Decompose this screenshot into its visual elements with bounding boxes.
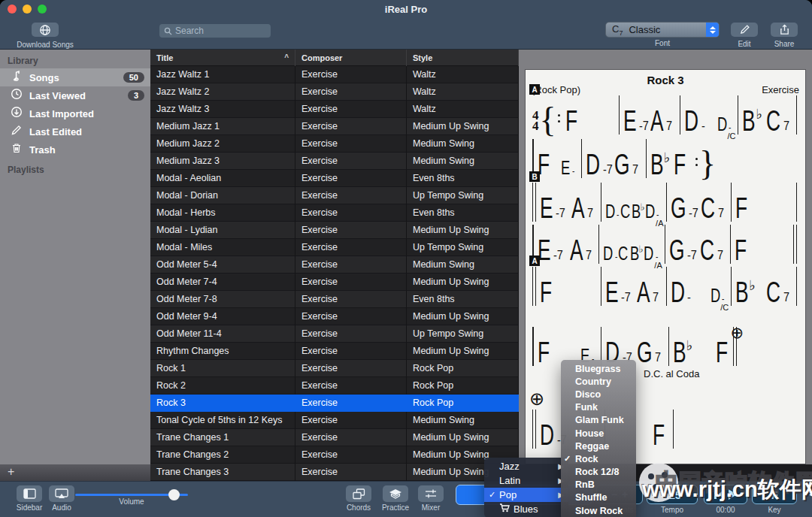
table-row[interactable]: Jazz Waltz 1ExerciseWaltz [150,66,519,83]
style-menu-item-label: Bluegrass [575,364,620,374]
chords-icon [353,488,365,500]
rewind-button[interactable] [714,490,724,499]
volume-slider[interactable] [75,494,188,496]
table-row[interactable]: Rock 3ExerciseRock Pop [150,395,519,412]
cell-title: Trane Changes 2 [150,446,295,464]
style-menu-item-house[interactable]: House [561,427,636,440]
download-songs-button[interactable] [32,23,59,37]
sidebar-item-last-viewed[interactable]: Last Viewed3 [0,86,150,104]
chord-symbol: F [735,199,750,219]
table-row[interactable]: Modal - HerbsExerciseEven 8ths [150,204,519,222]
library-header: Library [0,50,150,68]
cell-title: Medium Jazz 3 [150,153,295,170]
search-input[interactable]: Search [159,24,271,38]
cell-style: Medium Swing [407,256,519,274]
table-row[interactable]: Odd Meter 11-4ExerciseUp Tempo Swing [150,325,519,343]
genre-menu-item-jazz[interactable]: Jazz▶ [484,459,568,473]
style-menu-item-label: House [575,428,604,439]
genre-menu-item-pop[interactable]: ✓Pop▶ [484,488,568,502]
genre-menu-item-label: Blues [514,503,564,515]
genre-menu-item-latin[interactable]: Latin▶ [484,473,568,488]
table-row[interactable]: Jazz Waltz 2ExerciseWaltz [150,83,519,101]
key-button[interactable]: F [752,485,797,504]
style-menu-item-rock-12-8[interactable]: Rock 12/8 [561,466,636,479]
practice-button[interactable] [383,485,408,502]
sidebar-item-label: Trash [29,144,144,156]
chord-symbol: B♭ [632,205,644,219]
play-button[interactable] [729,489,737,500]
table-row[interactable]: Trane Changes 3ExerciseMedium Up Swing [150,464,519,481]
table-row[interactable]: Odd Meter 7-4ExerciseMedium Up Swing [150,274,519,291]
chord-symbol: B♭ [742,112,762,132]
table-row[interactable]: Medium Jazz 1ExerciseMedium Up Swing [150,118,519,135]
tempo-stepper[interactable]: − 115 + [647,485,698,504]
table-row[interactable]: Rock 1ExerciseRock Pop [150,360,519,377]
style-menu-item-country[interactable]: Country [561,375,636,388]
share-button[interactable] [771,23,798,37]
style-menu-item-slow-rock[interactable]: Slow Rock [561,504,636,517]
tempo-minus-button[interactable]: − [653,488,659,500]
sort-caret-icon: ^ [284,50,289,66]
pencil-icon [739,24,750,35]
table-row[interactable]: Odd Meter 9-4ExerciseMedium Up Swing [150,308,519,325]
measure: B♭F [647,139,694,178]
table-row[interactable]: Odd Meter 5-4ExerciseMedium Swing [150,256,519,274]
section-marker: A [529,84,540,95]
style-menu-item-label: Country [575,376,611,387]
genre-menu-item-blues[interactable]: Blues [484,502,568,516]
chords-button[interactable] [346,485,371,502]
column-header-title[interactable]: Title^ [150,50,295,66]
table-row[interactable]: Trane Changes 2ExerciseMedium Up Swing [150,446,519,464]
table-row[interactable]: Modal - DorianExerciseUp Tempo Swing [150,187,519,204]
table-row[interactable]: Rock 2ExerciseRock Pop [150,377,519,395]
sidebar-item-last-imported[interactable]: Last Imported [0,104,150,122]
style-menu-item-disco[interactable]: Disco [561,388,636,401]
table-row[interactable]: Trane Changes 1ExerciseMedium Up Swing [150,429,519,446]
cell-composer: Exercise [295,135,407,153]
cell-composer: Exercise [295,446,407,464]
chord-symbol: F [653,426,667,446]
stepper-arrows-icon[interactable] [706,22,719,38]
table-row[interactable]: Jazz Waltz 3ExerciseWaltz [150,101,519,118]
sidebar-toggle-button[interactable] [17,485,42,502]
chord-symbol: F [735,241,749,262]
table-row[interactable]: Medium Jazz 3ExerciseMedium Swing [150,153,519,170]
sidebar-item-trash[interactable]: Trash [0,141,150,159]
column-header-style[interactable]: Style [407,50,519,66]
sidebar-item-last-edited[interactable]: Last Edited [0,122,150,141]
table-row[interactable]: Rhythm ChangesExerciseMedium Up Swing [150,343,519,360]
transport-controls[interactable] [704,485,747,504]
style-menu-item-reggae[interactable]: Reggae [561,440,636,452]
style-menu-item-shuffle[interactable]: Shuffle [561,491,636,504]
table-row[interactable]: Modal - MilesExerciseUp Tempo Swing [150,239,519,256]
style-menu-item-glam-funk[interactable]: Glam Funk [561,414,636,427]
cell-title: Modal - Aeolian [150,170,295,187]
style-menu-item-bluegrass[interactable]: Bluegrass [561,362,636,375]
volume-slider-knob[interactable] [168,489,180,500]
table-row[interactable]: Modal - LydianExerciseMedium Up Swing [150,222,519,239]
style-menu-item-funk[interactable]: Funk [561,401,636,414]
font-select[interactable]: C7 Classic [605,22,720,38]
cell-style: Medium Up Swing [407,274,519,291]
chords-button-label: Chords [342,503,375,512]
table-row[interactable]: Medium Jazz 2ExerciseMedium Swing [150,135,519,153]
tempo-plus-button[interactable]: + [686,488,692,500]
count-badge: 3 [128,90,144,101]
add-playlist-button[interactable]: + [0,464,150,481]
table-row[interactable]: Odd Meter 7-8ExerciseEven 8ths [150,291,519,308]
style-menu-item-rock[interactable]: ✓Rock [561,452,636,465]
style-menu-item-rnb[interactable]: RnB [561,479,636,491]
main-content: Library Songs50Last Viewed3Last Imported… [0,50,812,481]
cell-composer: Exercise [295,66,407,83]
cell-composer: Exercise [295,377,407,395]
table-row[interactable]: Modal - AeolianExerciseEven 8ths [150,170,519,187]
cell-style: Medium Up Swing [407,308,519,325]
mixer-button[interactable] [418,485,444,502]
table-row[interactable]: Tonal Cycle of 5ths in 12 KeysExerciseMe… [150,412,519,429]
column-header-composer[interactable]: Composer [295,50,407,66]
sidebar-item-label: Songs [29,72,117,83]
chord-symbol: F [674,156,688,176]
edit-button[interactable] [731,23,758,37]
sidebar-item-songs[interactable]: Songs50 [0,68,150,86]
audio-output-button[interactable] [49,485,74,502]
